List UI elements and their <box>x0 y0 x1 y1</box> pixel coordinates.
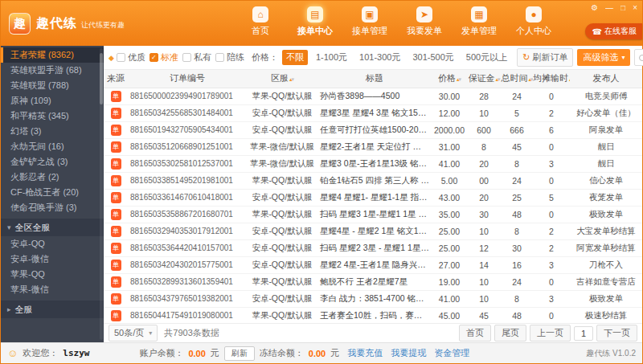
sidebar-game-item[interactable]: 和平精英 (345) <box>1 108 104 124</box>
page-size-select[interactable]: 50条/页 ▾ <box>109 325 158 342</box>
fund-link[interactable]: 我要提现 <box>391 347 426 359</box>
order-title[interactable]: 王者赛全10胜，扫码，赛城数量：36个符文... <box>317 307 432 323</box>
nav-item[interactable]: ● 个人中心 <box>512 6 555 37</box>
sidebar-game-item[interactable]: 幻塔 (3) <box>1 124 104 139</box>
search-icon <box>639 55 643 61</box>
minimize-icon[interactable]: — <box>605 3 613 13</box>
sidebar-game-item[interactable]: CF-枪战王者 (20) <box>1 185 104 200</box>
sort-arrows-icon[interactable]: ▴▾ <box>495 76 499 82</box>
order-row[interactable]: 单 88165032940353017912001 安卓-QQ/默认服 星耀4星… <box>104 223 642 239</box>
prev-page-button[interactable]: 上一页 <box>530 325 571 342</box>
sidebar-scrollbar-thumb[interactable] <box>100 53 103 104</box>
order-title[interactable]: 扫码 星耀2 3星 - 星耀1 1星 铭文250 <box>317 239 432 256</box>
column-header-label: 来源 <box>107 73 125 83</box>
sort-arrows-icon[interactable]: ▴▾ <box>528 76 532 82</box>
settings-icon[interactable]: ⚙ <box>591 3 598 13</box>
order-row[interactable]: 单 88165035120668901251001 苹果-微信/默认服 星耀2-… <box>104 138 642 155</box>
sort-arrows-icon[interactable]: ▴▾ <box>457 76 461 82</box>
order-row[interactable]: 单 88165034379765019382001 安卓-QQ/默认服 李白 战… <box>104 290 642 307</box>
sidebar-game-item[interactable]: 使命召唤手游 (3) <box>1 200 104 215</box>
order-region: 安卓-QQ/默认服 <box>247 256 317 273</box>
order-row[interactable]: 单 88165035364420410157001 安卓-QQ/默认服 扫码 星… <box>104 239 642 256</box>
nav-item[interactable]: ▦ 发单管理 <box>457 6 501 37</box>
price-filter-option[interactable]: 301-500元 <box>408 50 457 65</box>
order-type-checkbox[interactable]: 标准 <box>149 51 178 63</box>
order-title[interactable]: 星耀4星 - 星耀2 1星 铭文105... <box>317 223 432 239</box>
price-filter-option[interactable]: 不限 <box>282 50 308 65</box>
sidebar-scrollbar[interactable] <box>100 48 103 340</box>
order-number: 88165019432705905434001 <box>128 121 247 138</box>
order-type-checkbox[interactable]: ◆ 优质 <box>109 51 145 63</box>
first-page-button[interactable]: 首页 <box>459 325 491 342</box>
order-row[interactable]: 单 88165035358867201680701 苹果-QQ/默认服 扫码 星… <box>104 206 642 223</box>
column-header[interactable]: 均摊输时▴▾ <box>533 70 570 88</box>
column-header[interactable]: 标题▴▾ <box>317 70 432 88</box>
order-row[interactable]: 单 88165033851495201981001 苹果-QQ/默认服 铂金1钻… <box>104 172 642 189</box>
order-row[interactable]: 单 88165044175491019080001 苹果-QQ/默认服 王者赛全… <box>104 307 642 323</box>
sidebar-server-item[interactable]: 安卓-QQ <box>1 236 104 252</box>
order-title[interactable]: 铂金1钻石5 四排 第三人称 此单2元 <box>317 172 432 189</box>
order-title[interactable]: 扫码 星耀3 1星-星耀1 1星 - 最强王者 铭文... <box>317 206 432 223</box>
sidebar-game-item[interactable]: 王者荣耀 (8362) <box>1 47 104 63</box>
order-title[interactable]: 孙尚香3898——4500 <box>317 88 432 104</box>
order-type-checkbox[interactable]: 陪练 <box>215 51 244 63</box>
sidebar-game-item[interactable]: 火影忍者 (2) <box>1 170 104 185</box>
sidebar-game-item[interactable]: 英雄联盟 (788) <box>1 78 104 93</box>
order-row[interactable]: 单 88165019432705905434001 安卓-QQ/默认服 任意可打… <box>104 121 642 138</box>
order-title[interactable]: 任意可打打位英雄1500-2000元 <box>317 121 432 138</box>
online-service-button[interactable]: ☎ 在线客服 <box>585 23 642 39</box>
order-type-label: 私有 <box>194 51 211 63</box>
fund-link[interactable]: 资金管理 <box>434 347 469 359</box>
order-row[interactable]: 单 88165032899313601359401 苹果-QQ/默认服 鲍脱不行… <box>104 273 642 290</box>
sidebar-game-item[interactable]: 永劫无间 (16) <box>1 139 104 154</box>
order-row[interactable]: 单 88165035302581012537001 苹果-微信/默认服 星耀3 … <box>104 155 642 172</box>
price-filter-option[interactable]: 101-300元 <box>355 50 404 65</box>
sidebar-game-item[interactable]: 金铲铲之战 (3) <box>1 154 104 170</box>
sidebar-group-all-region[interactable]: ▾ 全区全服 <box>1 219 104 236</box>
nav-item[interactable]: ➤ 我要发单 <box>403 6 446 37</box>
balance-refresh-button[interactable]: 刷新 <box>224 346 255 361</box>
refresh-orders-button[interactable]: ↻ 刷新订单 <box>517 48 573 67</box>
order-source-icon: 单 <box>111 310 121 321</box>
sort-arrows-icon[interactable]: ▴▾ <box>289 76 293 82</box>
fund-link[interactable]: 我要充值 <box>347 347 383 359</box>
sort-arrows-icon[interactable]: ▴▾ <box>569 76 570 82</box>
order-title[interactable]: 星耀4 星耀1- 星耀1-1星 指定英雄其余 备用页 <box>317 189 432 206</box>
order-region: 安卓-QQ/默认服 <box>247 223 317 239</box>
close-icon[interactable]: × <box>633 3 637 13</box>
next-page-button[interactable]: 下一页 <box>596 325 637 342</box>
order-title[interactable]: 星耀2-王者1星 天定位打 @微信扫码 代优... <box>317 138 432 155</box>
sidebar-game-item[interactable]: 英雄联盟手游 (68) <box>1 63 104 78</box>
nav-item[interactable]: ▣ 接单管理 <box>348 6 391 37</box>
nav-item[interactable]: ⌂ 首页 <box>239 6 282 37</box>
column-header[interactable]: 价格▴▾ <box>432 70 467 88</box>
sidebar-server-item[interactable]: 苹果-微信 <box>1 282 104 297</box>
advanced-filter-button[interactable]: 高级筛选 ▾ <box>577 49 630 66</box>
sidebar-server-item[interactable]: 安卓-微信 <box>1 252 104 267</box>
column-header[interactable]: 区服▴▾ <box>247 70 317 88</box>
sidebar-game-item[interactable]: 原神 (109) <box>1 93 104 108</box>
column-header[interactable]: 发布人▴▾ <box>570 70 642 88</box>
column-header[interactable]: 保证金▴▾ <box>467 70 501 88</box>
nav-item[interactable]: ▤ 接单中心 <box>293 6 337 37</box>
order-title[interactable]: 星耀2 4星-王者1星 隐身兴定位 要打位... <box>317 256 432 273</box>
last-page-button[interactable]: 尾页 <box>494 325 526 342</box>
order-title[interactable]: 星耀3 0星-王者1星13级 铭文105 英雄105 <box>317 155 432 172</box>
column-header[interactable]: 订单编号▴▾ <box>128 70 247 88</box>
column-header[interactable]: 来源▴▾ <box>104 70 128 88</box>
column-header[interactable]: 总时间▴▾ <box>501 70 533 88</box>
order-row[interactable]: 单 88165033614670610418001 安卓-QQ/默认服 星耀4 … <box>104 189 642 206</box>
order-title[interactable]: 鲍脱不行 王者2星耀7星 <box>317 273 432 290</box>
order-type-checkbox[interactable]: 私有 <box>182 51 211 63</box>
order-title[interactable]: 李白 战力：3851-4700 铭文150 <box>317 290 432 307</box>
nav-item-icon: ▤ <box>307 6 323 22</box>
sidebar-group-all-server[interactable]: ▸ 全服 <box>1 301 104 318</box>
maximize-icon[interactable]: □ <box>620 3 625 13</box>
price-filter-option[interactable]: 1-100元 <box>312 50 351 65</box>
order-row[interactable]: 单 88165000023994901789001 苹果-QQ/默认服 孙尚香3… <box>104 88 642 104</box>
order-row[interactable]: 单 88165034255685301484001 安卓-QQ/默认服 星耀3星… <box>104 104 642 121</box>
sidebar-server-item[interactable]: 苹果-QQ <box>1 267 104 282</box>
order-title[interactable]: 星耀3星 星耀4 3星 铭文150 英雄105 <box>317 104 432 121</box>
order-row[interactable]: 单 88165034204302015775001 安卓-QQ/默认服 星耀2 … <box>104 256 642 273</box>
price-filter-option[interactable]: 500元以上 <box>462 50 511 65</box>
